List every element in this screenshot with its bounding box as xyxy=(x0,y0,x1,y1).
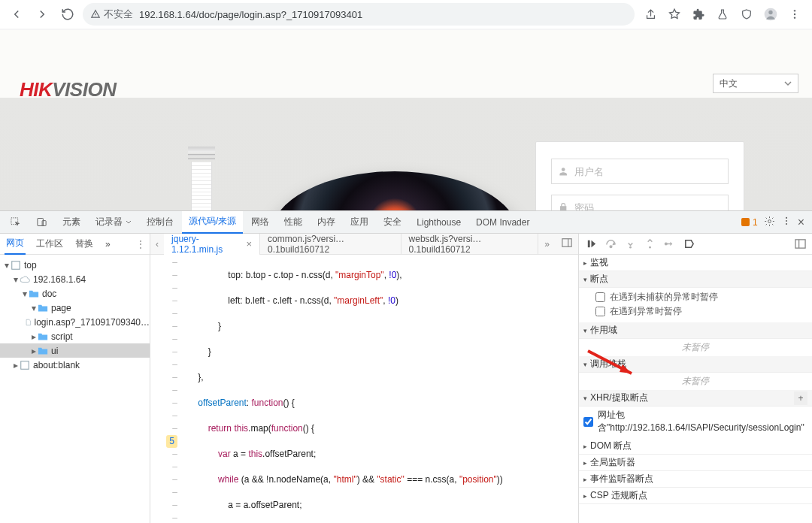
svg-point-3 xyxy=(794,14,795,15)
forward-button[interactable] xyxy=(32,4,53,25)
tab-memory[interactable]: 内存 xyxy=(311,211,342,234)
svg-point-19 xyxy=(649,246,651,249)
svg-point-8 xyxy=(768,219,771,222)
svg-point-18 xyxy=(629,246,632,249)
filetab-more[interactable]: » xyxy=(538,239,556,249)
language-select[interactable]: 中文 xyxy=(713,74,798,93)
panel-xhr-body: 网址包含"http://192.168.1.64/ISAPI/Security/… xyxy=(579,407,812,438)
bp-uncaught[interactable]: 在遇到未捕获的异常时暂停 xyxy=(595,290,806,304)
username-input[interactable] xyxy=(574,166,722,177)
scope-not-paused: 未暂停 xyxy=(579,339,812,356)
tree-host[interactable]: ▾192.168.1.64 xyxy=(0,272,150,286)
extensions-icon[interactable] xyxy=(687,3,710,26)
tab-application[interactable]: 应用 xyxy=(344,211,375,234)
tree-top[interactable]: ▾top xyxy=(0,258,150,272)
tree-doc[interactable]: ▾doc xyxy=(0,286,150,301)
username-field[interactable] xyxy=(551,159,729,184)
svg-point-4 xyxy=(794,17,795,18)
deactivate-bp-icon[interactable] xyxy=(680,235,698,253)
tab-lighthouse[interactable]: Lighthouse xyxy=(410,211,468,234)
devtools-close-icon[interactable]: × xyxy=(798,216,804,229)
tree-script[interactable]: ▸script xyxy=(0,329,150,343)
tree-page[interactable]: ▾page xyxy=(0,301,150,315)
tab-dominvader[interactable]: DOM Invader xyxy=(469,211,536,234)
line-gutter: ––––––––––––––5–––––– xyxy=(150,255,188,523)
profile-avatar-icon[interactable] xyxy=(759,3,782,26)
page-viewport: HIKVISION 中文 xyxy=(0,30,812,210)
nav-tab-more[interactable]: » xyxy=(104,234,112,255)
file-tabbar: ‹ jquery-1.12.1.min.js× common.js?versi…… xyxy=(150,234,578,255)
device-mode-icon[interactable] xyxy=(29,211,54,234)
panel-dombp[interactable]: ▸DOM 断点 xyxy=(579,438,812,455)
filetab-jquery[interactable]: jquery-1.12.1.min.js× xyxy=(164,234,260,255)
filetab-common[interactable]: common.js?versi…0.1build160712 xyxy=(260,234,401,255)
language-value: 中文 xyxy=(720,77,738,90)
filetab-websdk[interactable]: websdk.js?versi…0.1build160712 xyxy=(401,234,539,255)
step-out-icon[interactable] xyxy=(641,235,659,253)
address-bar[interactable]: 不安全 192.168.1.64/doc/page/login.asp?_171… xyxy=(83,3,635,26)
add-xhr-bp-button[interactable]: + xyxy=(794,391,807,405)
nav-tab-overrides[interactable]: 替换 xyxy=(74,234,95,255)
panel-global[interactable]: ▸全局监听器 xyxy=(579,455,812,471)
panel-cspbp[interactable]: ▸CSP 违规断点 xyxy=(579,488,812,504)
panel-eventbp[interactable]: ▸事件监听器断点 xyxy=(579,471,812,488)
filetab-scroll-left[interactable]: ‹ xyxy=(150,239,164,249)
resume-icon[interactable] xyxy=(582,235,600,253)
tree-login[interactable]: login.asp?_171091709340… xyxy=(0,315,150,329)
panel-watch[interactable]: ▸监视 xyxy=(579,255,812,271)
not-secure-warning: 不安全 xyxy=(90,8,133,21)
svg-rect-13 xyxy=(21,361,29,369)
tree-aboutblank[interactable]: ▸about:blank xyxy=(0,358,150,372)
svg-rect-12 xyxy=(12,261,20,269)
svg-rect-21 xyxy=(795,240,804,248)
panel-scope[interactable]: ▾作用域 xyxy=(579,322,812,339)
panel-xhr[interactable]: ▾XHR/提取断点+ xyxy=(579,390,812,407)
tab-elements[interactable]: 元素 xyxy=(56,211,87,234)
svg-point-17 xyxy=(610,246,612,248)
svg-point-9 xyxy=(786,217,787,219)
sources-editor: ‹ jquery-1.12.1.min.js× common.js?versi…… xyxy=(150,234,579,523)
panel-breakpoints[interactable]: ▾断点 xyxy=(579,271,812,288)
nav-tab-workspace[interactable]: 工作区 xyxy=(35,234,65,255)
settings-icon[interactable] xyxy=(764,216,775,229)
tab-network[interactable]: 网络 xyxy=(244,211,276,234)
tab-performance[interactable]: 性能 xyxy=(277,211,309,234)
step-into-icon[interactable] xyxy=(621,235,639,253)
close-icon[interactable]: × xyxy=(247,238,253,249)
password-input[interactable] xyxy=(574,202,722,211)
step-over-icon[interactable] xyxy=(601,235,620,253)
step-icon[interactable] xyxy=(660,235,678,253)
share-icon[interactable] xyxy=(639,3,662,26)
back-button[interactable] xyxy=(6,4,27,25)
toggle-sidepanel-icon[interactable] xyxy=(791,235,809,253)
tab-security[interactable]: 安全 xyxy=(377,211,408,234)
chevron-down-icon xyxy=(784,80,792,87)
url-text: 192.168.1.64/doc/page/login.asp?_1710917… xyxy=(139,9,362,20)
devtools-menu-icon[interactable]: ⋮ xyxy=(136,239,145,249)
ext-flask-icon[interactable] xyxy=(711,3,734,26)
password-field[interactable] xyxy=(551,195,729,210)
tree-ui[interactable]: ▸ui xyxy=(0,343,150,358)
inspect-icon[interactable] xyxy=(3,211,28,234)
bookmark-star-icon[interactable] xyxy=(663,3,686,26)
brand-logo: HIKVISION xyxy=(20,78,116,101)
tab-recorder[interactable]: 记录器 xyxy=(89,211,138,234)
toggle-sidepanel-icon[interactable] xyxy=(556,237,578,250)
tab-console[interactable]: 控制台 xyxy=(140,211,180,234)
ext-shield-icon[interactable] xyxy=(735,3,758,26)
svg-point-10 xyxy=(786,220,787,222)
nav-tab-page[interactable]: 网页 xyxy=(5,234,26,255)
devtools-menu-icon[interactable] xyxy=(781,216,792,228)
kebab-menu-icon[interactable] xyxy=(783,3,806,26)
not-secure-label: 不安全 xyxy=(104,8,133,21)
panel-callstack[interactable]: ▾调用堆栈 xyxy=(579,356,812,373)
xhr-breakpoint-item[interactable]: 网址包含"http://192.168.1.64/ISAPI/Security/… xyxy=(583,409,807,434)
bp-caught[interactable]: 在遇到异常时暂停 xyxy=(595,304,806,319)
devtools: 元素 记录器 控制台 源代码/来源 网络 性能 内存 应用 安全 Lightho… xyxy=(0,210,812,523)
code-view[interactable]: top: b.top - c.top - n.css(d, "marginTop… xyxy=(188,255,578,523)
reload-button[interactable] xyxy=(57,4,78,25)
svg-point-11 xyxy=(786,223,787,225)
decorative-lens xyxy=(271,171,519,210)
warning-count[interactable]: 1 xyxy=(741,217,758,228)
tab-sources[interactable]: 源代码/来源 xyxy=(182,211,243,234)
